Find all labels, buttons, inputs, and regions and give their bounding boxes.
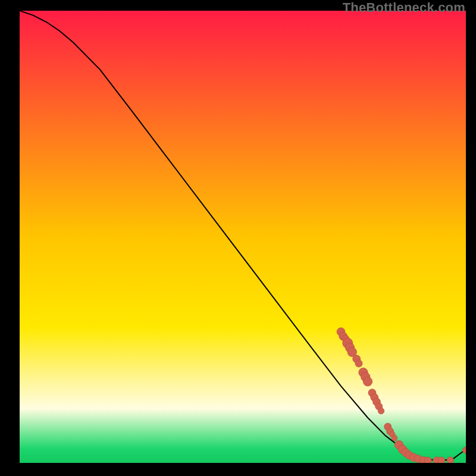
chart-plot bbox=[20, 11, 466, 463]
data-point bbox=[378, 408, 384, 414]
gradient-background bbox=[20, 11, 466, 463]
chart-svg bbox=[20, 11, 466, 463]
data-point bbox=[355, 360, 362, 367]
chart-stage: TheBottleneck.com bbox=[0, 0, 476, 476]
data-point bbox=[424, 457, 431, 463]
data-point bbox=[438, 457, 445, 463]
data-point bbox=[392, 435, 397, 441]
data-point bbox=[363, 377, 372, 386]
data-point bbox=[447, 457, 453, 463]
